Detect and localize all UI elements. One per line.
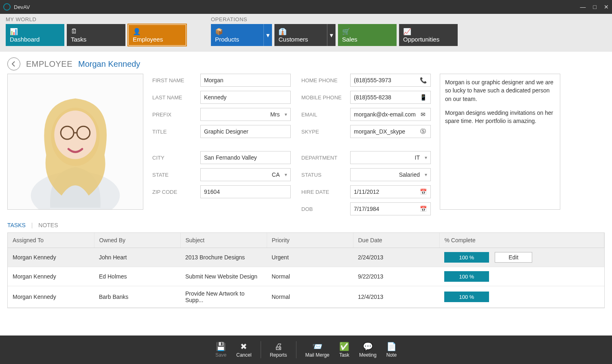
tile-sales-label: Sales [342,36,393,43]
opportunities-icon: 📈 [403,28,454,35]
col-subject[interactable]: Subject [180,233,267,248]
tile-products-label: Products [215,36,259,43]
status-select[interactable]: Salaried▾ [350,168,431,181]
save-icon: 💾 [216,342,226,351]
tab-notes[interactable]: NOTES [38,222,58,228]
ribbon-group-myworld: MY WORLD [6,16,186,22]
tile-customers[interactable]: 👔 Customers [274,24,327,46]
email-input[interactable]: morgank@dx-email.com✉ [350,108,431,121]
home-phone-input[interactable]: (818)555-3973📞 [350,74,431,87]
col-assigned-to[interactable]: Assigned To [8,233,94,248]
employee-photo [7,74,143,210]
tile-employees[interactable]: 👤 Employees [128,24,186,46]
detail-subtabs: TASKS | NOTES [7,222,605,228]
task-icon: ✅ [339,342,349,351]
first-name-input[interactable]: Morgan [200,74,291,87]
maximize-button[interactable]: □ [593,4,597,10]
back-button[interactable] [7,57,20,70]
tile-products-dropdown[interactable]: ▾ [264,24,272,46]
breadcrumb: EMPLOYEE Morgan Kennedy [7,57,605,70]
tile-products[interactable]: 📦 Products [211,24,264,46]
pct-complete-bar: 100 % [444,252,489,263]
label-dob: DOB [301,206,346,212]
last-name-input[interactable]: Kennedy [200,91,291,104]
col-owned-by[interactable]: Owned By [94,233,180,248]
breadcrumb-name: Morgan Kennedy [78,59,140,69]
mail-merge-icon: 📨 [312,342,322,351]
tile-customers-dropdown[interactable]: ▾ [327,24,336,46]
tile-tasks-label: Tasks [71,36,121,43]
phone-icon: 📞 [419,77,427,83]
meeting-button[interactable]: 💬Meeting [354,342,382,358]
products-icon: 📦 [215,28,259,35]
sales-icon: 🛒 [342,28,393,35]
skype-input[interactable]: morgank_DX_skypeⓈ [350,125,431,138]
label-status: STATUS [301,172,346,178]
tile-opportunities[interactable]: 📈 Opportunities [399,24,458,46]
title-input[interactable]: Graphic Designer [200,125,291,138]
label-last-name: LAST NAME [152,94,196,101]
app-icon [3,3,11,11]
note-icon: 📄 [386,342,397,351]
printer-icon: 🖨 [274,342,283,351]
reports-button[interactable]: 🖨Reports [265,342,292,358]
breadcrumb-entity: EMPLOYEE [26,59,72,69]
window-title: DevAV [14,4,580,10]
tile-customers-label: Customers [279,36,323,43]
calendar-icon[interactable]: 📅 [419,189,427,195]
calendar-icon[interactable]: 📅 [419,206,427,212]
col-due-date[interactable]: Due Date [353,233,439,248]
save-button[interactable]: 💾Save [211,342,231,358]
state-select[interactable]: CA▾ [200,168,291,181]
ribbon-group-operations: OPERATIONS [211,16,458,22]
note-button[interactable]: 📄Note [382,342,401,358]
chevron-down-icon: ▾ [425,172,427,178]
table-row[interactable]: Morgan KennedyBarb BanksProvide New Artw… [8,286,604,308]
notes-p1: Morgan is our graphic designer and we ar… [445,78,555,103]
label-hire-date: HIRE DATE [301,189,346,195]
col-pct-complete[interactable]: % Complete [439,233,604,248]
minimize-button[interactable]: — [580,4,586,10]
hire-date-input[interactable]: 1/11/2012📅 [350,185,431,198]
city-input[interactable]: San Fernando Valley [200,151,291,164]
dob-input[interactable]: 7/17/1984📅 [350,202,431,215]
tile-employees-label: Employees [133,36,182,43]
table-row[interactable]: Morgan KennedyJohn Heart2013 Brochure De… [8,248,604,267]
bottom-toolbar: 💾Save ✖Cancel 🖨Reports 📨Mail Merge ✅Task… [0,335,612,364]
tab-tasks[interactable]: TASKS [7,222,26,228]
tasks-grid: Assigned To Owned By Subject Priority Du… [7,232,605,308]
task-button[interactable]: ✅Task [334,342,354,358]
customers-icon: 👔 [279,28,323,35]
skype-icon: Ⓢ [419,128,427,135]
col-priority[interactable]: Priority [267,233,353,248]
notes-p2: Morgan designs wedding invitations on he… [445,109,555,125]
tile-dashboard-label: Dashboard [10,36,60,43]
pct-complete-bar: 100 % [444,292,489,302]
mail-merge-button[interactable]: 📨Mail Merge [301,342,334,358]
close-button[interactable]: ✕ [604,4,609,10]
zip-input[interactable]: 91604 [200,185,291,198]
tile-sales[interactable]: 🛒 Sales [338,24,397,46]
cancel-button[interactable]: ✖Cancel [231,342,256,358]
tile-dashboard[interactable]: 📊 Dashboard [6,24,64,46]
mobile-phone-input[interactable]: (818)555-8238📱 [350,91,431,104]
grid-header-row: Assigned To Owned By Subject Priority Du… [8,233,604,248]
department-select[interactable]: IT▾ [350,151,431,164]
mobile-icon: 📱 [419,94,427,101]
label-email: EMAIL [301,112,346,118]
chevron-down-icon: ▾ [425,155,427,160]
employee-notes: Morgan is our graphic designer and we ar… [440,74,560,210]
label-title: TITLE [152,129,196,135]
prefix-select[interactable]: Mrs▾ [200,108,291,121]
table-row[interactable]: Morgan KennedyEd HolmesSubmit New Websit… [8,267,604,286]
meeting-icon: 💬 [363,342,373,351]
chevron-down-icon: ▾ [285,172,287,178]
tasks-icon: 🗓 [71,28,121,35]
mail-icon: ✉ [419,111,427,118]
edit-button[interactable]: Edit [495,252,532,263]
label-first-name: FIRST NAME [152,77,196,83]
label-prefix: PREFIX [152,112,196,118]
tile-tasks[interactable]: 🗓 Tasks [67,24,125,46]
label-city: CITY [152,155,196,161]
label-department: DEPARTMENT [301,155,346,161]
